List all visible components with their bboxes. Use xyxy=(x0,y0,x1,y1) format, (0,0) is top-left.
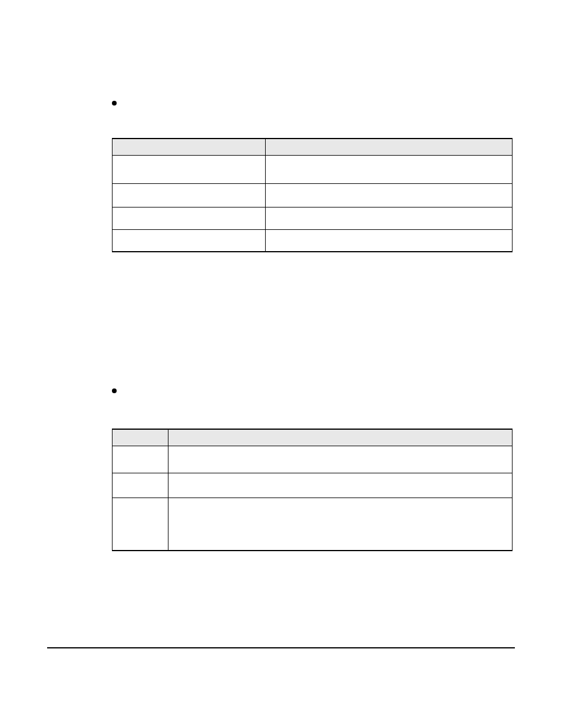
table-1 xyxy=(112,138,513,252)
table-row xyxy=(113,446,513,473)
table-cell xyxy=(113,155,266,183)
table-row xyxy=(113,229,513,252)
table-cell xyxy=(113,498,168,551)
table-header-cell xyxy=(113,429,168,446)
table-cell xyxy=(168,498,512,551)
table-row xyxy=(113,155,513,183)
table-cell xyxy=(265,229,512,252)
table-row xyxy=(113,207,513,229)
table-cell xyxy=(265,155,512,183)
table-cell xyxy=(168,446,512,473)
table-2 xyxy=(112,429,513,551)
table-cell xyxy=(113,183,266,207)
table-header-cell xyxy=(265,139,512,155)
table-cell xyxy=(113,473,168,498)
bullet-item xyxy=(112,97,515,106)
document-page xyxy=(0,0,562,551)
table-header-cell xyxy=(168,429,512,446)
table-header-cell xyxy=(113,139,266,155)
table-cell xyxy=(113,207,266,229)
bullet-dot-icon xyxy=(112,388,117,393)
table-cell xyxy=(265,183,512,207)
table-row xyxy=(113,473,513,498)
table-cell xyxy=(168,473,512,498)
table-row xyxy=(113,183,513,207)
bullet-dot-icon xyxy=(112,101,117,106)
footer-divider xyxy=(47,647,515,648)
table-cell xyxy=(265,207,512,229)
table-cell xyxy=(113,229,266,252)
table-row xyxy=(113,498,513,551)
table-cell xyxy=(113,446,168,473)
bullet-section-2 xyxy=(112,385,515,393)
table-header-row xyxy=(113,429,513,446)
bullet-item xyxy=(112,385,515,393)
bullet-section-1 xyxy=(112,97,515,106)
table-header-row xyxy=(113,139,513,155)
